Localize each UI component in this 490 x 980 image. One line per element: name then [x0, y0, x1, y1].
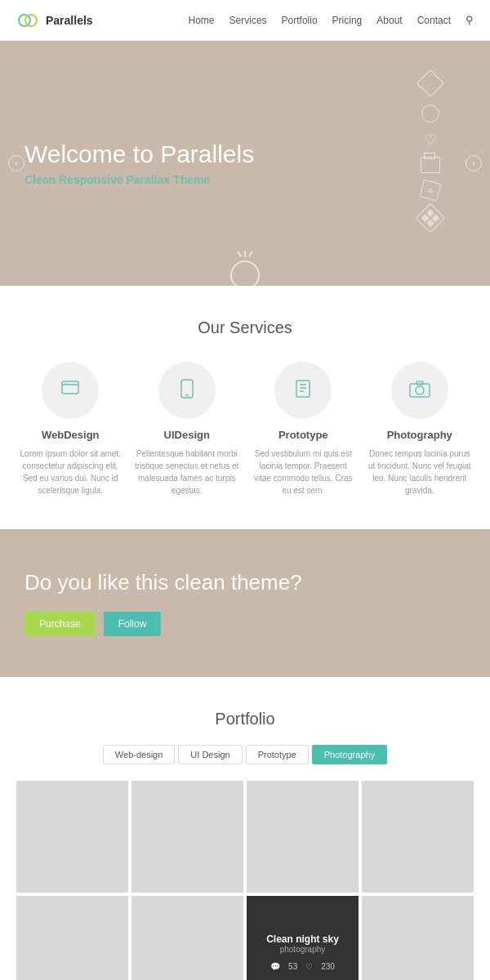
svg-rect-14 — [416, 381, 423, 385]
portfolio-item-stats: 💬 53 ♡ 230 — [270, 962, 335, 971]
portfolio-filters: Web-design UI Design Prototype Photograp… — [16, 745, 474, 764]
portfolio-title: Portfolio — [16, 710, 474, 728]
heart-icon: ♡ — [424, 131, 437, 149]
nav-portfolio[interactable]: Portfolio — [282, 15, 318, 26]
prototype-icon-wrap — [274, 362, 332, 419]
nav-links: Home Services Portfolio Pricing About Co… — [189, 14, 474, 26]
portfolio-item-6[interactable] — [131, 896, 243, 980]
uidesign-icon-wrap — [158, 362, 216, 419]
portfolio-item-1[interactable] — [16, 781, 128, 893]
uidesign-desc: Pellentesque habitant morbi tristique se… — [134, 448, 240, 497]
svg-point-13 — [416, 386, 424, 394]
nav-about[interactable]: About — [376, 15, 402, 26]
hero-content: Welcome to Parallels Clean Responsive Pa… — [24, 140, 254, 186]
uidesign-name: UIDesign — [134, 429, 240, 441]
navbar: Parallels Home Services Portfolio Pricin… — [0, 0, 490, 41]
portfolio-item-category: photography — [280, 945, 326, 954]
hero-sun-decoration — [230, 251, 260, 286]
purchase-button[interactable]: Purchase — [24, 612, 96, 636]
portfolio-grid-row2: Clean night sky photography 💬 53 ♡ 230 — [16, 896, 474, 980]
service-prototype: Prototype Sed vestibulum mi quis est lac… — [250, 362, 356, 497]
photography-name: Photography — [367, 429, 473, 441]
services-grid: WebDesign Lorem ipsum dolor sit amet, co… — [16, 362, 474, 497]
portfolio-section: Portfolio Web-design UI Design Prototype… — [0, 677, 490, 980]
filter-photography[interactable]: Photography — [312, 745, 387, 764]
cta-section: Do you like this clean theme? Purchase F… — [0, 529, 490, 677]
webdesign-name: WebDesign — [17, 429, 123, 441]
services-section: Our Services WebDesign Lorem ipsum dolor… — [0, 286, 490, 529]
hero-section: ‹ Welcome to Parallels Clean Responsive … — [0, 41, 490, 286]
service-uidesign: UIDesign Pellentesque habitant morbi tri… — [134, 362, 240, 497]
webdesign-icon-wrap — [42, 362, 99, 419]
cta-buttons: Purchase Follow — [24, 612, 466, 636]
webdesign-icon — [60, 379, 80, 403]
prototype-name: Prototype — [250, 429, 356, 441]
brand-name: Parallels — [46, 14, 93, 27]
comment-icon: 💬 — [270, 962, 280, 971]
follow-button[interactable]: Follow — [104, 612, 162, 636]
portfolio-item-title: Clean night sky — [266, 933, 339, 945]
hero-subtitle: Clean Responsive Parallax Theme — [24, 173, 254, 186]
hero-decorative-icons: ♡ — [420, 74, 441, 229]
filter-ui-design[interactable]: UI Design — [178, 745, 242, 764]
parallels-logo-icon — [16, 13, 39, 28]
nav-home[interactable]: Home — [189, 15, 215, 26]
service-photography: Photography Donec tempus lacinia purus u… — [367, 362, 473, 497]
cta-title: Do you like this clean theme? — [24, 570, 466, 595]
portfolio-item-4[interactable] — [362, 781, 474, 893]
webdesign-desc: Lorem ipsum dolor sit amet, consectetur … — [17, 448, 123, 497]
nav-services[interactable]: Services — [229, 15, 267, 26]
filter-web-design[interactable]: Web-design — [103, 745, 176, 764]
prototype-icon — [294, 379, 312, 402]
portfolio-item-5[interactable] — [16, 896, 128, 980]
uidesign-icon — [179, 379, 195, 402]
search-icon[interactable]: ⚲ — [466, 14, 474, 26]
diamond-icon — [416, 69, 444, 97]
portfolio-item-3[interactable] — [247, 781, 359, 893]
photography-desc: Donec tempus lacinia purus ut tincidunt.… — [367, 448, 473, 497]
circle-icon — [421, 105, 439, 122]
heart-icon: ♡ — [305, 962, 313, 971]
tag-icon — [420, 180, 442, 202]
hero-prev-arrow[interactable]: ‹ — [8, 155, 24, 172]
nav-pricing[interactable]: Pricing — [332, 15, 363, 26]
nav-contact[interactable]: Contact — [417, 15, 451, 26]
brand: Parallels — [16, 13, 93, 28]
grid-icon — [416, 203, 446, 234]
portfolio-grid-row1 — [16, 781, 474, 893]
photography-icon-wrap — [391, 362, 448, 419]
like-count: 230 — [321, 962, 335, 971]
comment-count: 53 — [288, 962, 297, 971]
hero-next-arrow[interactable]: › — [466, 155, 482, 172]
services-title: Our Services — [16, 318, 474, 337]
svg-rect-8 — [296, 381, 310, 397]
prototype-desc: Sed vestibulum mi quis est lacinia tempo… — [250, 448, 356, 497]
portfolio-item-8[interactable] — [362, 896, 474, 980]
portfolio-item-2[interactable] — [131, 781, 243, 893]
portfolio-item-7-highlighted[interactable]: Clean night sky photography 💬 53 ♡ 230 — [247, 896, 359, 980]
filter-prototype[interactable]: Prototype — [246, 745, 309, 764]
service-webdesign: WebDesign Lorem ipsum dolor sit amet, co… — [17, 362, 123, 497]
printer-icon — [421, 157, 440, 173]
hero-title: Welcome to Parallels — [24, 140, 254, 168]
portfolio-item-overlay: Clean night sky photography 💬 53 ♡ 230 — [247, 896, 359, 980]
photography-icon — [409, 380, 430, 401]
